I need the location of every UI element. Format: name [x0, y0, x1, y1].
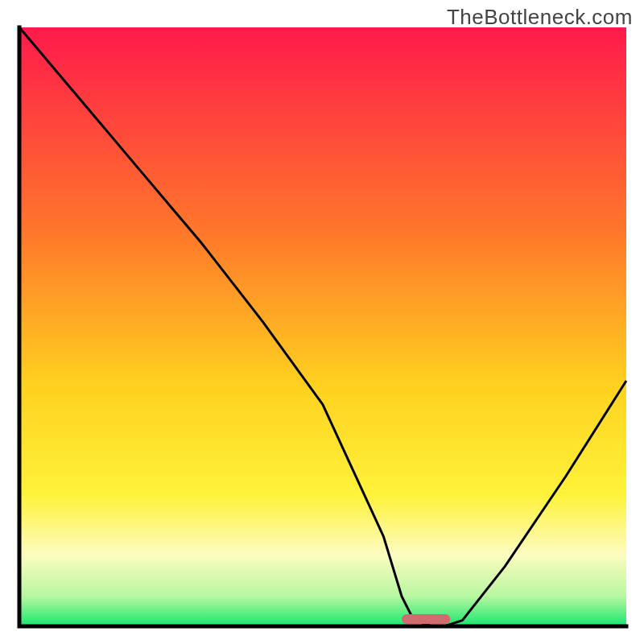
bottleneck-chart	[0, 0, 644, 644]
chart-frame: TheBottleneck.com	[0, 0, 644, 644]
plot-background	[19, 27, 626, 626]
optimal-range-marker	[402, 614, 450, 624]
